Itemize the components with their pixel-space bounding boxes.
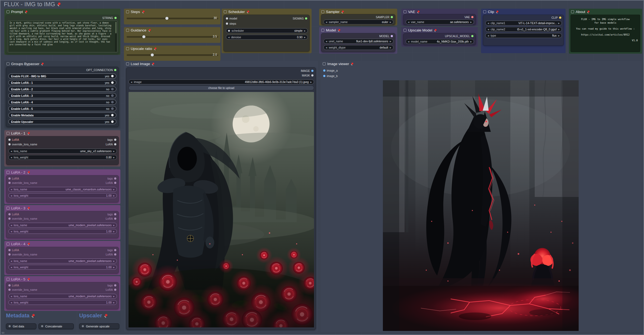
group-collapse-box[interactable]	[403, 10, 406, 13]
clip-name1-widget[interactable]: ◀ clip_name1 ViT-L-14-TEXT-detail-improv…	[485, 21, 562, 25]
lora-name-widget[interactable]: ◀ lora_name ume_modern_pixelart.safetens…	[8, 223, 117, 228]
input-slot[interactable]	[323, 69, 325, 72]
input-slot[interactable]	[8, 249, 11, 251]
next-arrow-icon[interactable]: ▶	[304, 30, 306, 32]
toggle-upscaler[interactable]: Enable Upscaleryes	[8, 119, 116, 124]
input-slot[interactable]	[8, 289, 11, 291]
increment-arrow-icon[interactable]: ▶	[304, 36, 306, 38]
group-collapse-box[interactable]	[7, 171, 9, 174]
output-slot[interactable]	[305, 17, 307, 20]
increment-arrow-icon[interactable]: ▶	[113, 195, 115, 197]
prev-arrow-icon[interactable]: ◀	[408, 21, 409, 23]
output-slot[interactable]	[114, 17, 117, 19]
group-title-bar[interactable]: LoRA - 3	[4, 205, 120, 211]
toggle-dot[interactable]	[111, 81, 114, 84]
group-title-bar[interactable]: Load Image	[124, 61, 318, 67]
next-arrow-icon[interactable]: ▶	[390, 47, 391, 49]
widget-input-slot[interactable]	[228, 30, 230, 32]
workflow-canvas[interactable]: FLUX - IMG to IMG Prompt STRING In a dar…	[0, 0, 644, 335]
output-slot[interactable]	[559, 17, 561, 19]
input-slot[interactable]	[8, 139, 11, 141]
output-slot[interactable]	[114, 182, 116, 184]
upscale-model-loader-node[interactable]: UPSCALE_MODEL ◀ model_name 4x_NMKD-Siax_…	[403, 33, 476, 45]
group-collapse-box[interactable]	[571, 10, 574, 13]
lora-node[interactable]: LoRA tags override_lora_name LoRA ◀ lora…	[6, 175, 119, 202]
prev-arrow-icon[interactable]: ◀	[488, 28, 489, 30]
unet-loader-node[interactable]: MODEL ◀ unet_name flux1-dev-fp8.safetens…	[321, 33, 395, 52]
slider-track[interactable]	[127, 18, 218, 19]
prev-arrow-icon[interactable]: ◀	[131, 81, 132, 83]
node-collapse-dot[interactable]	[8, 325, 11, 327]
group-collapse-box[interactable]	[126, 62, 129, 65]
generate-upscale-node[interactable]: Generate upscale	[79, 323, 119, 329]
group-title-bar[interactable]: LoRA - 2	[4, 169, 120, 176]
prev-arrow-icon[interactable]: ◀	[11, 150, 12, 152]
group-title-bar[interactable]: Prompt	[4, 9, 120, 15]
toggle-lora-4[interactable]: Enable LoRA - 4no	[8, 100, 116, 105]
input-slot[interactable]	[8, 182, 11, 184]
next-arrow-icon[interactable]: ▶	[390, 40, 391, 42]
output-slot[interactable]	[114, 139, 116, 141]
lora-name-widget[interactable]: ◀ lora_name ume_classic_romantism.safete…	[8, 187, 117, 192]
workflow-group-title[interactable]: FLUX - IMG to IMG	[4, 1, 61, 8]
group-collapse-box[interactable]	[7, 132, 9, 135]
next-arrow-icon[interactable]: ▶	[470, 21, 472, 23]
lora-weight-widget[interactable]: ◀ lora_weight 0.80 ▶	[8, 155, 117, 160]
prev-arrow-icon[interactable]: ◀	[326, 47, 327, 49]
vae-name-widget[interactable]: ◀ vae_name ae.safetensors ▶	[406, 20, 474, 24]
toggle-dot[interactable]	[111, 75, 114, 77]
lora-node[interactable]: LoRA tags override_lora_name LoRA ◀ lora…	[6, 247, 119, 273]
decrement-arrow-icon[interactable]: ◀	[228, 36, 229, 38]
toggle-dot[interactable]	[111, 114, 114, 116]
output-slot[interactable]	[471, 16, 473, 18]
weight-dtype-widget[interactable]: ◀ weight_dtype default ▶	[323, 45, 393, 50]
sigmas-node[interactable]: model SIGMAS steps scheduler simple ▶ ◀ …	[223, 15, 310, 52]
prev-arrow-icon[interactable]: ◀	[488, 35, 489, 37]
prev-arrow-icon[interactable]: ◀	[11, 260, 12, 262]
lora-name-widget[interactable]: ◀ lora_name ume_modern_pixelart.safetens…	[8, 259, 117, 263]
lora-node[interactable]: LoRA tags override_lora_name LoRA ◀ lora…	[6, 211, 119, 238]
decrement-arrow-icon[interactable]: ◀	[11, 195, 12, 197]
group-collapse-box[interactable]	[483, 10, 486, 13]
output-slot[interactable]	[114, 289, 116, 291]
guidance-slider[interactable]: 3.5	[127, 34, 218, 40]
decrement-arrow-icon[interactable]: ◀	[11, 302, 12, 304]
group-collapse-box[interactable]	[224, 10, 227, 13]
next-arrow-icon[interactable]: ▶	[113, 224, 115, 226]
slider-knob[interactable]	[165, 17, 169, 20]
group-collapse-box[interactable]	[321, 29, 324, 32]
input-slot[interactable]	[226, 23, 228, 25]
group-collapse-box[interactable]	[403, 29, 406, 32]
decrement-arrow-icon[interactable]: ◀	[11, 231, 12, 232]
group-collapse-box[interactable]	[7, 243, 9, 245]
prev-arrow-icon[interactable]: ◀	[11, 189, 12, 190]
clip-loader-node[interactable]: CLIP ◀ clip_name1 ViT-L-14-TEXT-detail-i…	[483, 15, 564, 46]
group-collapse-box[interactable]	[321, 10, 324, 13]
output-slot[interactable]	[114, 177, 116, 180]
input-slot[interactable]	[8, 177, 11, 180]
group-title-bar[interactable]: LoRA - 5	[4, 276, 120, 282]
scheduler-widget[interactable]: scheduler simple ▶	[226, 28, 308, 33]
sampler-node[interactable]: SAMPLER ◀ sampler_name euler ▶	[321, 14, 395, 25]
increment-arrow-icon[interactable]: ▶	[113, 157, 115, 158]
next-arrow-icon[interactable]: ▶	[310, 81, 312, 83]
output-slot[interactable]	[311, 70, 313, 72]
slider-knob[interactable]	[142, 35, 146, 39]
toggle-lora-1[interactable]: Enable LoRA - 1yes	[8, 80, 116, 85]
increment-arrow-icon[interactable]: ▶	[113, 266, 115, 268]
prev-arrow-icon[interactable]: ◀	[408, 41, 409, 43]
input-slot[interactable]	[8, 284, 11, 286]
scrollbar[interactable]	[115, 21, 117, 52]
upscale-model-name-widget[interactable]: ◀ model_name 4x_NMKD-Siax_200k.pth ▶	[406, 39, 474, 44]
output-slot[interactable]	[391, 35, 393, 37]
output-slot[interactable]	[391, 16, 393, 18]
denoise-widget[interactable]: ◀ denoise 0.90 ▶	[226, 35, 308, 40]
group-collapse-box[interactable]	[126, 47, 129, 50]
prompt-textarea[interactable]: In a dark, gothic-inspired scene with a …	[8, 21, 117, 52]
toggle-flux-img2img[interactable]: Enable FLUX - IMG to IMGyes	[8, 74, 116, 79]
input-slot[interactable]	[8, 253, 11, 256]
scrollbar-thumb[interactable]	[115, 22, 117, 33]
group-collapse-box[interactable]	[323, 62, 326, 65]
slider-knob[interactable]	[150, 53, 154, 57]
group-collapse-box[interactable]	[7, 278, 9, 281]
